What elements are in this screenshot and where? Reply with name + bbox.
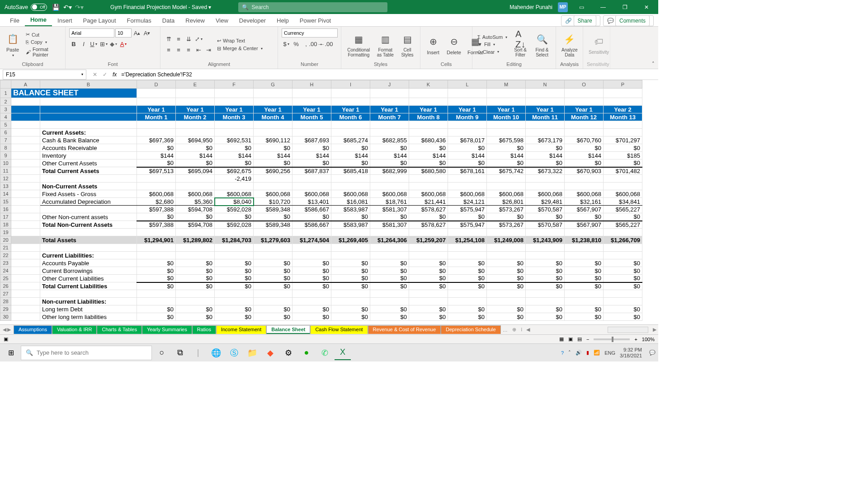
sheet-tab[interactable]: Charts & Tables bbox=[97, 325, 142, 334]
tab-next-icon[interactable]: ▶ bbox=[7, 327, 11, 333]
row-header-23[interactable]: 23 bbox=[0, 259, 11, 267]
delete-cells-button[interactable]: ⊖Delete bbox=[445, 33, 463, 56]
col-header-N[interactable]: N bbox=[526, 80, 565, 89]
col-header-O[interactable]: O bbox=[565, 80, 604, 89]
row-header-17[interactable]: 17 bbox=[0, 213, 11, 221]
avatar[interactable]: MP bbox=[558, 2, 568, 12]
row-header-9[interactable]: 9 bbox=[0, 152, 11, 160]
zoom-level[interactable]: 100% bbox=[642, 337, 655, 342]
currency-icon[interactable]: $▾ bbox=[282, 39, 291, 48]
start-button[interactable]: ⊞ bbox=[3, 346, 19, 360]
row-header-7[interactable]: 7 bbox=[0, 136, 11, 144]
underline-button[interactable]: U▾ bbox=[89, 39, 98, 48]
borders-button[interactable]: ⊞▾ bbox=[99, 39, 108, 48]
share-button[interactable]: 🔗 Share bbox=[561, 15, 600, 26]
row-header-19[interactable]: 19 bbox=[0, 229, 11, 236]
wifi-icon[interactable]: 📶 bbox=[594, 350, 600, 356]
worksheet[interactable]: ABDEFGHIJKLMNOP1BALANCE SHEET23Year 1Yea… bbox=[0, 80, 658, 324]
row-header-29[interactable]: 29 bbox=[0, 305, 11, 313]
brave-icon[interactable]: ◆ bbox=[262, 346, 278, 360]
row-header-10[interactable]: 10 bbox=[0, 160, 11, 167]
clock[interactable]: 9:32 PM 3/18/2021 bbox=[620, 347, 642, 358]
col-header-L[interactable]: L bbox=[448, 80, 487, 89]
dec-decimal-icon[interactable]: ←.00 bbox=[321, 39, 330, 48]
sheet-tab[interactable]: Cash Flow Statement bbox=[310, 325, 368, 334]
fill-button[interactable]: ▼Fill▾ bbox=[476, 41, 509, 47]
analyze-data-button[interactable]: ⚡Analyze Data bbox=[560, 31, 580, 58]
fx-icon[interactable]: fx bbox=[113, 71, 117, 78]
name-box[interactable]: F15▾ bbox=[3, 70, 86, 80]
sort-filter-button[interactable]: AZ↓Sort & Filter bbox=[511, 31, 529, 58]
autosave[interactable]: AutoSave Off bbox=[5, 4, 47, 11]
row-header-30[interactable]: 30 bbox=[0, 313, 11, 321]
row-header-22[interactable]: 22 bbox=[0, 252, 11, 259]
paste-button[interactable]: 📋Paste▾ bbox=[4, 31, 22, 58]
row-header-27[interactable]: 27 bbox=[0, 290, 11, 298]
row-header-3[interactable]: 3 bbox=[0, 106, 11, 113]
decrease-font-icon[interactable]: A▾ bbox=[142, 28, 151, 38]
autosave-toggle[interactable]: Off bbox=[31, 4, 47, 11]
tab-view[interactable]: View bbox=[210, 15, 234, 26]
row-header-13[interactable]: 13 bbox=[0, 183, 11, 190]
conditional-formatting-button[interactable]: ▦Conditional Formatting bbox=[345, 31, 373, 58]
zoom-in-icon[interactable]: + bbox=[634, 337, 637, 342]
font-name-input[interactable] bbox=[69, 28, 114, 38]
align-top-icon[interactable]: ⇈ bbox=[164, 35, 173, 44]
search-input[interactable]: 🔍 Search bbox=[238, 2, 387, 12]
taskbar-search[interactable]: 🔍Type here to search bbox=[21, 346, 152, 360]
align-middle-icon[interactable]: ≡ bbox=[174, 35, 183, 44]
edge-icon[interactable]: 🌐 bbox=[208, 346, 224, 360]
explorer-icon[interactable]: 📁 bbox=[244, 346, 260, 360]
font-color-button[interactable]: A▾ bbox=[119, 39, 128, 48]
whatsapp-icon[interactable]: ✆ bbox=[316, 346, 333, 360]
maximize-icon[interactable]: ❐ bbox=[617, 0, 633, 14]
col-header-F[interactable]: F bbox=[215, 80, 254, 89]
tab-home[interactable]: Home bbox=[25, 14, 52, 26]
tab-page-layout[interactable]: Page Layout bbox=[78, 15, 122, 26]
minimize-icon[interactable]: — bbox=[595, 0, 611, 14]
format-as-table-button[interactable]: ▥Format as Table bbox=[375, 31, 396, 58]
record-macro-icon[interactable]: ▣ bbox=[4, 336, 8, 342]
tab-data[interactable]: Data bbox=[157, 15, 180, 26]
zoom-slider[interactable] bbox=[594, 338, 630, 340]
view-pagebreak-icon[interactable]: ▤ bbox=[577, 336, 582, 342]
row-header-21[interactable]: 21 bbox=[0, 244, 11, 252]
row-header-28[interactable]: 28 bbox=[0, 298, 11, 305]
font-size-input[interactable] bbox=[115, 28, 132, 38]
row-header-12[interactable]: 12 bbox=[0, 175, 11, 183]
ribbon-display-icon[interactable]: ▭ bbox=[573, 0, 590, 14]
col-header-K[interactable]: K bbox=[409, 80, 448, 89]
row-header-6[interactable]: 6 bbox=[0, 129, 11, 136]
sensitivity-button[interactable]: 🏷Sensitivity bbox=[587, 33, 611, 56]
row-header-1[interactable]: 1 bbox=[0, 89, 11, 98]
tab-help[interactable]: Help bbox=[271, 15, 294, 26]
find-select-button[interactable]: 🔍Find & Select bbox=[532, 31, 552, 58]
scroll-left-icon[interactable]: ◀ bbox=[524, 327, 532, 333]
insert-cells-button[interactable]: ⊕Insert bbox=[424, 33, 442, 56]
number-format-select[interactable] bbox=[282, 28, 338, 38]
scroll-right-icon[interactable]: ▶ bbox=[651, 327, 658, 333]
cortana-icon[interactable]: ○ bbox=[154, 346, 170, 360]
redo-icon[interactable]: ↷▾ bbox=[75, 3, 83, 11]
sheet-tab[interactable]: Income Statement bbox=[216, 325, 266, 334]
close-icon[interactable]: ✕ bbox=[638, 0, 655, 14]
notifications-icon[interactable]: 💬 bbox=[649, 350, 656, 356]
col-header-A[interactable]: A bbox=[11, 80, 40, 89]
row-header-8[interactable]: 8 bbox=[0, 144, 11, 152]
save-icon[interactable]: 💾 bbox=[52, 3, 60, 11]
sound-icon[interactable]: 🔊 bbox=[576, 350, 582, 356]
row-header-11[interactable]: 11 bbox=[0, 167, 11, 175]
autosum-button[interactable]: ΣAutoSum▾ bbox=[476, 34, 509, 40]
tab-formulas[interactable]: Formulas bbox=[122, 15, 157, 26]
cell-styles-button[interactable]: ▤Cell Styles bbox=[398, 31, 416, 58]
align-center-icon[interactable]: ≡ bbox=[174, 46, 183, 55]
tab-insert[interactable]: Insert bbox=[52, 15, 78, 26]
sheet-tab[interactable]: Assumptions bbox=[14, 325, 52, 334]
col-header-D[interactable]: D bbox=[137, 80, 176, 89]
col-header-B[interactable]: B bbox=[40, 80, 137, 89]
sheet-tab[interactable]: Depreciation Schedule bbox=[441, 325, 501, 334]
col-header-H[interactable]: H bbox=[292, 80, 331, 89]
row-header-15[interactable]: 15 bbox=[0, 198, 11, 206]
format-painter-button[interactable]: 🖌Format Painter bbox=[24, 46, 61, 58]
col-header-E[interactable]: E bbox=[176, 80, 215, 89]
